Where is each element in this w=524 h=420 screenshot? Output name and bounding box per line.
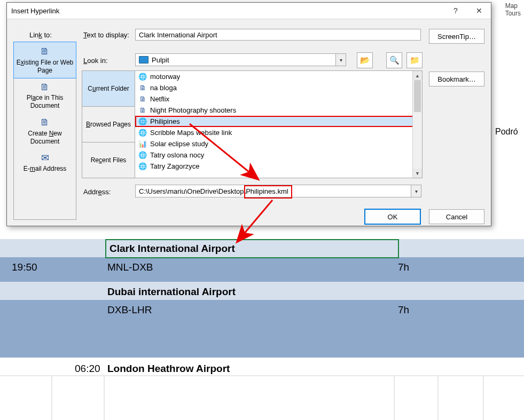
browser-tab-2[interactable]: Recent Files bbox=[82, 142, 135, 178]
link-to-panel: 🗎Existing File or Web Page🗎Place in This… bbox=[13, 42, 76, 220]
address-label: Address: bbox=[83, 188, 111, 196]
link-to-option-label: Place in This Document bbox=[16, 94, 74, 110]
browse-file-button[interactable]: 📁 bbox=[406, 52, 423, 68]
side-text: Podró bbox=[495, 127, 518, 137]
file-name: Netflix bbox=[150, 95, 169, 103]
look-in-value: Pulpit bbox=[152, 56, 335, 64]
file-icon: 🌐 bbox=[138, 162, 147, 170]
address-combo[interactable]: C:\Users\mariu\OneDrive\Desktop\Philipin… bbox=[135, 185, 421, 197]
link-to-option-label: Create New Document bbox=[16, 130, 74, 146]
cancel-button[interactable]: Cancel bbox=[429, 209, 484, 224]
file-name: motorway bbox=[150, 73, 180, 81]
look-in-combo[interactable]: Pulpit ▾ bbox=[135, 53, 346, 66]
file-name: Tatry oslona nocy bbox=[150, 151, 204, 159]
link-to-option-1[interactable]: 🗎Place in This Document bbox=[14, 78, 76, 114]
file-icon: 🌐 bbox=[138, 151, 147, 159]
file-icon: 🗎 bbox=[138, 84, 147, 92]
cell-route[interactable]: MNL-DXB bbox=[107, 261, 153, 273]
cell-time[interactable]: 19:50 bbox=[12, 261, 37, 273]
cell-duration[interactable]: 7h bbox=[398, 304, 409, 316]
file-name: Solar eclipse study bbox=[150, 140, 208, 148]
folder-icon bbox=[139, 56, 148, 64]
ribbon-remnant: Map Tours bbox=[505, 2, 521, 17]
link-to-option-icon: ✉ bbox=[41, 152, 49, 164]
file-icon: 🌐 bbox=[138, 73, 147, 81]
file-name: Night Photography shooters bbox=[150, 106, 236, 114]
link-to-option-0[interactable]: 🗎Existing File or Web Page bbox=[13, 42, 76, 78]
link-to-option-3[interactable]: ✉E-mail Address bbox=[14, 149, 76, 177]
dialog-titlebar: Insert Hyperlink ? ✕ bbox=[7, 3, 491, 19]
cell-route[interactable]: DXB-LHR bbox=[107, 304, 152, 316]
cell-time[interactable]: 06:20 bbox=[75, 363, 100, 375]
look-in-label: Look in: bbox=[83, 57, 108, 65]
browser-tab-0[interactable]: Current Folder bbox=[82, 71, 135, 107]
file-name: Scribble Maps website link bbox=[150, 129, 232, 137]
file-icon: 📊 bbox=[138, 140, 147, 148]
browser-tab-1[interactable]: Browsed Pages bbox=[82, 107, 135, 142]
browse-web-button[interactable]: 🔍 bbox=[386, 52, 402, 68]
file-name: na bloga bbox=[150, 84, 177, 92]
chevron-down-icon[interactable]: ▾ bbox=[335, 54, 346, 66]
file-browser: Current FolderBrowsed PagesRecent Files … bbox=[82, 70, 423, 178]
chevron-down-icon[interactable]: ▾ bbox=[411, 185, 421, 197]
scroll-thumb[interactable] bbox=[414, 80, 421, 112]
ribbon-map-label: Map bbox=[505, 2, 521, 10]
file-icon: 🌐 bbox=[138, 117, 147, 125]
link-to-option-label: E-mail Address bbox=[24, 165, 67, 173]
file-list-item[interactable]: 🗎Night Photography shooters bbox=[135, 105, 422, 116]
scroll-up-icon[interactable]: ▲ bbox=[413, 71, 422, 80]
sheet-band bbox=[0, 300, 524, 358]
ok-button[interactable]: OK bbox=[365, 209, 420, 224]
file-list-item[interactable]: 🌐Philipines bbox=[135, 116, 422, 127]
file-list-item[interactable]: 🗎na bloga bbox=[135, 82, 422, 93]
dialog-title: Insert Hyperlink bbox=[7, 7, 59, 15]
link-to-option-icon: 🗎 bbox=[40, 116, 50, 129]
cell-airport[interactable]: Dubai international Airport bbox=[107, 286, 236, 298]
text-to-display-label: Text to display: bbox=[83, 31, 129, 39]
insert-hyperlink-dialog: Insert Hyperlink ? ✕ Link to: 🗎Existing … bbox=[6, 2, 491, 226]
up-one-level-button[interactable]: 📂 bbox=[357, 52, 373, 68]
text-to-display-input[interactable] bbox=[135, 29, 421, 41]
file-name: Tatry Zagorzyce bbox=[150, 162, 199, 170]
link-to-option-icon: 🗎 bbox=[40, 45, 50, 58]
file-list-item[interactable]: 🌐motorway bbox=[135, 71, 422, 82]
file-list-item[interactable]: 🌐Scribble Maps website link bbox=[135, 127, 422, 138]
address-value: C:\Users\mariu\OneDrive\Desktop\Philipin… bbox=[136, 187, 411, 195]
ribbon-tours-label: Tours bbox=[505, 10, 521, 17]
file-name: Philipines bbox=[150, 117, 180, 125]
file-list-item[interactable]: 🌐Tatry oslona nocy bbox=[135, 149, 422, 161]
link-to-label: Link to: bbox=[29, 31, 52, 39]
scroll-down-icon[interactable]: ▼ bbox=[413, 169, 422, 178]
file-icon: 🗎 bbox=[138, 95, 147, 103]
help-button[interactable]: ? bbox=[444, 3, 467, 19]
file-list-item[interactable]: 🌐Tatry Zagorzyce bbox=[135, 161, 422, 172]
screentip-button[interactable]: ScreenTip… bbox=[429, 29, 484, 44]
cell-duration[interactable]: 7h bbox=[398, 261, 409, 273]
file-list[interactable]: 🌐motorway🗎na bloga🗎Netflix🗎Night Photogr… bbox=[135, 71, 422, 178]
close-button[interactable]: ✕ bbox=[467, 3, 491, 19]
bookmark-button[interactable]: Bookmark… bbox=[429, 72, 484, 86]
selected-cell[interactable]: Clark International Airport bbox=[105, 239, 399, 258]
sheet-band bbox=[0, 282, 524, 300]
dialog-body: Link to: 🗎Existing File or Web Page🗎Plac… bbox=[7, 19, 491, 226]
sheet-band bbox=[0, 257, 524, 282]
link-to-option-2[interactable]: 🗎Create New Document bbox=[14, 113, 76, 149]
scrollbar[interactable]: ▲ ▼ bbox=[412, 71, 422, 178]
file-icon: 🗎 bbox=[138, 106, 147, 114]
cell-airport[interactable]: London Heathrow Airport bbox=[107, 363, 230, 375]
file-list-item[interactable]: 🗎Netflix bbox=[135, 93, 422, 105]
file-icon: 🌐 bbox=[138, 129, 147, 137]
link-to-option-icon: 🗎 bbox=[40, 81, 50, 93]
file-list-item[interactable]: 📊Solar eclipse study bbox=[135, 138, 422, 149]
browser-tabs: Current FolderBrowsed PagesRecent Files bbox=[82, 71, 135, 178]
link-to-option-label: Existing File or Web Page bbox=[16, 59, 74, 75]
